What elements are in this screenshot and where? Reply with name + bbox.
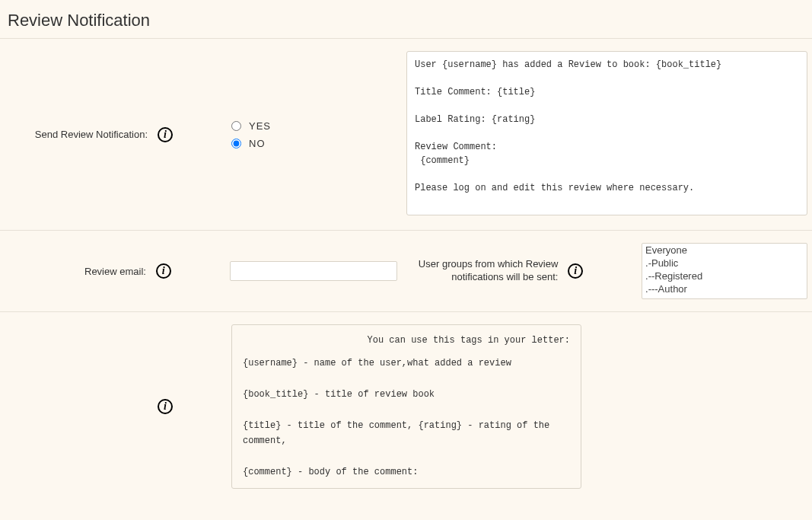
help-text-box: You can use this tags in your letter:{us… xyxy=(231,324,581,489)
section-help: i You can use this tags in your letter:{… xyxy=(0,311,812,501)
user-group-option[interactable]: .---Author xyxy=(642,282,807,295)
user-group-option[interactable]: .--Registered xyxy=(642,270,807,282)
user-groups-label: User groups from which Review notificati… xyxy=(405,258,559,284)
page-title: Review Notification xyxy=(0,0,812,38)
user-group-option[interactable]: Everyone xyxy=(642,244,807,257)
review-email-label: Review email: xyxy=(84,266,146,277)
send-review-radio-yes[interactable] xyxy=(231,121,241,131)
info-icon[interactable]: i xyxy=(158,399,173,414)
user-groups-select[interactable]: Everyone.-Public.--Registered.---Author xyxy=(642,243,807,299)
review-email-input[interactable] xyxy=(230,261,397,281)
help-body: {username} - name of the user,what added… xyxy=(243,358,555,477)
info-icon[interactable]: i xyxy=(156,263,171,279)
help-header: You can use this tags in your letter: xyxy=(243,333,570,348)
info-icon[interactable]: i xyxy=(158,127,173,142)
send-review-radio-no-label[interactable]: NO xyxy=(249,138,266,149)
user-group-option[interactable]: .-Public xyxy=(642,257,807,270)
info-icon[interactable]: i xyxy=(568,263,583,279)
send-review-radio-yes-label[interactable]: YES xyxy=(249,120,271,132)
send-review-radio-no[interactable] xyxy=(231,139,241,148)
send-review-label: Send Review Notification: xyxy=(35,129,148,140)
section-review-email: Review email: i User groups from which R… xyxy=(0,230,812,312)
review-template-textarea[interactable] xyxy=(406,51,807,215)
section-send-review: Send Review Notification: i YES NO xyxy=(0,38,812,231)
